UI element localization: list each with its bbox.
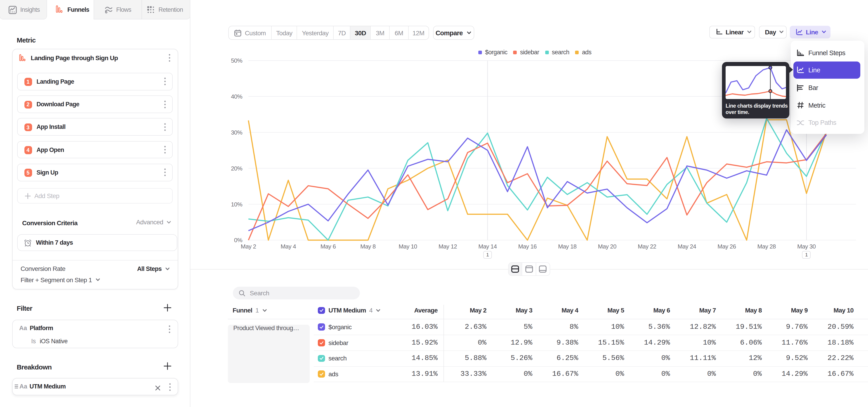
- svg-text:May 16: May 16: [518, 243, 537, 250]
- svg-text:May 28: May 28: [757, 243, 776, 250]
- svg-text:30%: 30%: [231, 129, 243, 136]
- svg-text:May 8: May 8: [360, 243, 376, 250]
- svg-text:May 24: May 24: [678, 243, 696, 250]
- svg-text:40%: 40%: [231, 93, 243, 100]
- svg-text:May 2: May 2: [241, 243, 256, 250]
- svg-text:May 10: May 10: [399, 243, 417, 250]
- svg-text:May 4: May 4: [281, 243, 296, 250]
- svg-text:50%: 50%: [231, 57, 243, 64]
- svg-text:May 30: May 30: [797, 243, 816, 250]
- svg-text:May 26: May 26: [717, 243, 736, 250]
- svg-text:May 22: May 22: [638, 243, 656, 250]
- svg-text:10%: 10%: [231, 201, 243, 208]
- svg-text:May 12: May 12: [438, 243, 457, 250]
- svg-text:20%: 20%: [231, 165, 243, 172]
- svg-text:May 18: May 18: [558, 243, 577, 250]
- svg-text:May 14: May 14: [478, 243, 497, 250]
- svg-text:0%: 0%: [234, 237, 243, 244]
- svg-text:May 6: May 6: [320, 243, 336, 250]
- svg-text:May 20: May 20: [598, 243, 616, 250]
